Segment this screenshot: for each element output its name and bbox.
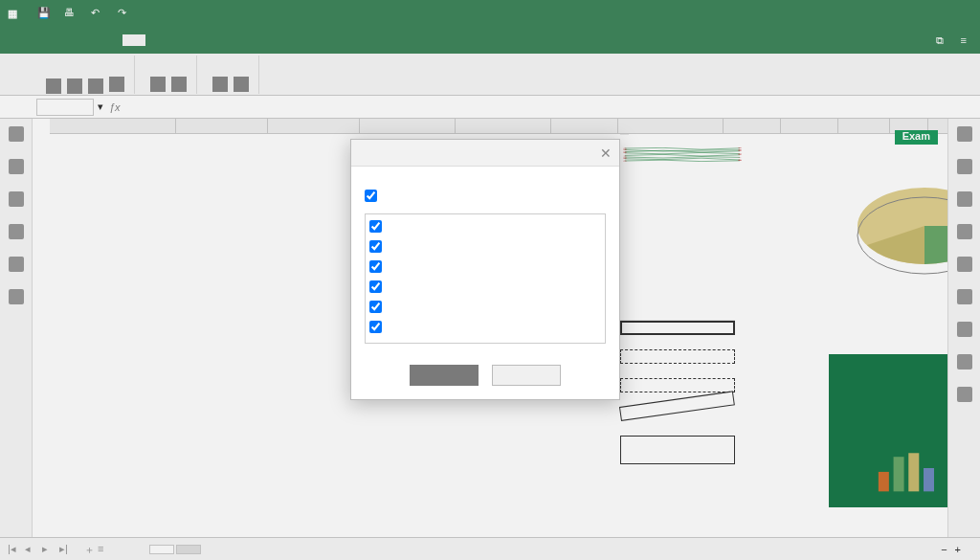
select-all-checkbox[interactable] [369,218,601,235]
columns-list [365,213,606,344]
column-checkbox[interactable] [369,258,601,275]
column-checkbox[interactable] [369,279,601,295]
my-data-headers-checkbox[interactable] [365,190,606,202]
column-checkbox[interactable] [369,319,601,335]
ok-button[interactable] [410,365,479,386]
remove-duplicates-dialog: ✕ [350,139,620,400]
column-checkbox[interactable] [369,299,601,315]
column-checkbox[interactable] [369,238,601,255]
cancel-button[interactable] [492,365,561,386]
close-icon[interactable]: ✕ [600,146,612,161]
